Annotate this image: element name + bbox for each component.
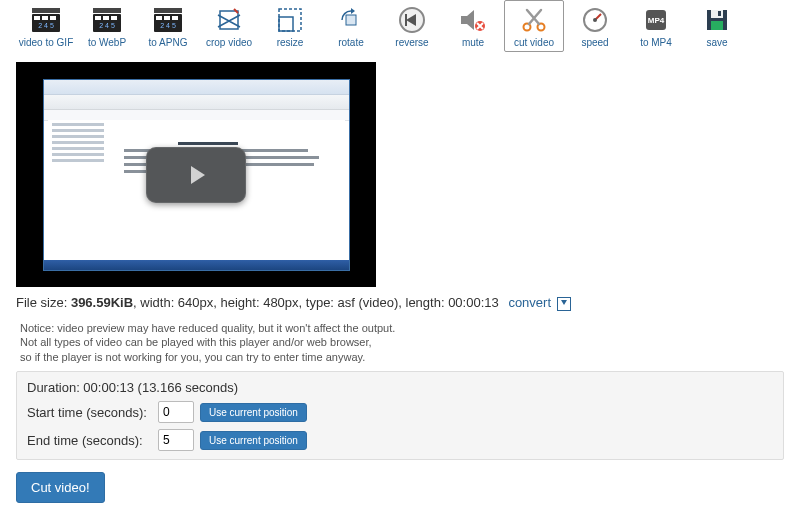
tool-label: to APNG: [149, 37, 188, 48]
tool-label: video to GIF: [19, 37, 73, 48]
tool-label: reverse: [395, 37, 428, 48]
start-time-label: Start time (seconds):: [27, 405, 152, 420]
tool-label: to WebP: [88, 37, 126, 48]
tool-cut-video[interactable]: cut video: [504, 0, 564, 52]
svg-rect-18: [220, 11, 238, 29]
svg-rect-36: [711, 21, 723, 30]
tool-mute[interactable]: mute: [443, 0, 503, 52]
end-time-label: End time (seconds):: [27, 433, 152, 448]
mp4-icon: MP4: [641, 5, 671, 35]
tool-label: save: [706, 37, 727, 48]
tool-speed[interactable]: speed: [565, 0, 625, 52]
svg-text:2 4 5: 2 4 5: [38, 22, 54, 29]
svg-rect-8: [103, 16, 109, 20]
tool-to-mp4[interactable]: MP4 to MP4: [626, 0, 686, 52]
speed-icon: [580, 5, 610, 35]
resize-icon: [275, 5, 305, 35]
play-button[interactable]: [146, 147, 246, 203]
tool-save[interactable]: save: [687, 0, 747, 52]
reverse-icon: [397, 5, 427, 35]
toolbar: 2 4 5 video to GIF 2 4 5 to WebP 2 4 5 t…: [16, 0, 784, 52]
notice-line: Notice: video preview may have reduced q…: [20, 321, 780, 336]
svg-rect-19: [279, 9, 301, 31]
tool-rotate[interactable]: rotate: [321, 0, 381, 52]
clapper-icon: 2 4 5: [92, 5, 122, 35]
svg-marker-38: [191, 166, 205, 184]
svg-rect-37: [718, 11, 721, 16]
clapper-icon: 2 4 5: [31, 5, 61, 35]
svg-point-31: [593, 18, 597, 22]
svg-rect-15: [172, 16, 178, 20]
start-time-input[interactable]: [158, 401, 194, 423]
time-panel: Duration: 00:00:13 (13.166 seconds) Star…: [16, 371, 784, 460]
file-size-value: 396.59KiB: [71, 295, 133, 310]
file-size-label: File size:: [16, 295, 71, 310]
end-time-row: End time (seconds): Use current position: [27, 429, 773, 451]
tool-label: speed: [581, 37, 608, 48]
rotate-icon: [336, 5, 366, 35]
tool-resize[interactable]: resize: [260, 0, 320, 52]
svg-rect-7: [95, 16, 101, 20]
svg-text:2 4 5: 2 4 5: [160, 22, 176, 29]
svg-rect-20: [279, 17, 293, 31]
svg-rect-21: [346, 15, 356, 25]
svg-rect-3: [50, 16, 56, 20]
notice-line: Not all types of video can be played wit…: [20, 335, 780, 350]
tool-label: rotate: [338, 37, 364, 48]
svg-marker-10: [93, 8, 121, 13]
notice-line: so if the player is not working for you,…: [20, 350, 780, 365]
scissors-icon: [519, 5, 549, 35]
svg-rect-25: [405, 14, 407, 26]
svg-marker-16: [154, 8, 182, 13]
svg-rect-35: [711, 10, 723, 18]
tool-label: crop video: [206, 37, 252, 48]
play-icon: [182, 161, 210, 189]
cut-video-button[interactable]: Cut video!: [16, 472, 105, 503]
tool-to-webp[interactable]: 2 4 5 to WebP: [77, 0, 137, 52]
start-time-row: Start time (seconds): Use current positi…: [27, 401, 773, 423]
download-icon: [557, 297, 571, 311]
convert-link[interactable]: convert: [508, 295, 570, 310]
svg-text:2 4 5: 2 4 5: [99, 22, 115, 29]
tool-to-apng[interactable]: 2 4 5 to APNG: [138, 0, 198, 52]
tool-reverse[interactable]: reverse: [382, 0, 442, 52]
tool-crop-video[interactable]: crop video: [199, 0, 259, 52]
svg-marker-26: [461, 10, 474, 30]
file-dimensions: , width: 640px, height: 480px, type: asf…: [133, 295, 499, 310]
save-icon: [702, 5, 732, 35]
use-current-end-button[interactable]: Use current position: [200, 431, 307, 450]
clapper-icon: 2 4 5: [153, 5, 183, 35]
svg-rect-2: [42, 16, 48, 20]
tool-video-to-gif[interactable]: 2 4 5 video to GIF: [16, 0, 76, 52]
crop-icon: [214, 5, 244, 35]
mute-icon: [458, 5, 488, 35]
svg-marker-4: [32, 8, 60, 13]
svg-rect-9: [111, 16, 117, 20]
convert-label: convert: [508, 295, 551, 310]
notice-text: Notice: video preview may have reduced q…: [16, 313, 784, 372]
end-time-input[interactable]: [158, 429, 194, 451]
use-current-start-button[interactable]: Use current position: [200, 403, 307, 422]
file-info: File size: 396.59KiB, width: 640px, heig…: [16, 295, 784, 311]
svg-rect-13: [156, 16, 162, 20]
tool-label: mute: [462, 37, 484, 48]
svg-rect-1: [34, 16, 40, 20]
svg-text:MP4: MP4: [648, 16, 665, 25]
video-preview[interactable]: [16, 62, 376, 287]
tool-label: cut video: [514, 37, 554, 48]
svg-rect-14: [164, 16, 170, 20]
tool-label: resize: [277, 37, 304, 48]
duration-row: Duration: 00:00:13 (13.166 seconds): [27, 380, 773, 395]
svg-marker-22: [351, 8, 355, 14]
duration-text: Duration: 00:00:13 (13.166 seconds): [27, 380, 238, 395]
tool-label: to MP4: [640, 37, 672, 48]
